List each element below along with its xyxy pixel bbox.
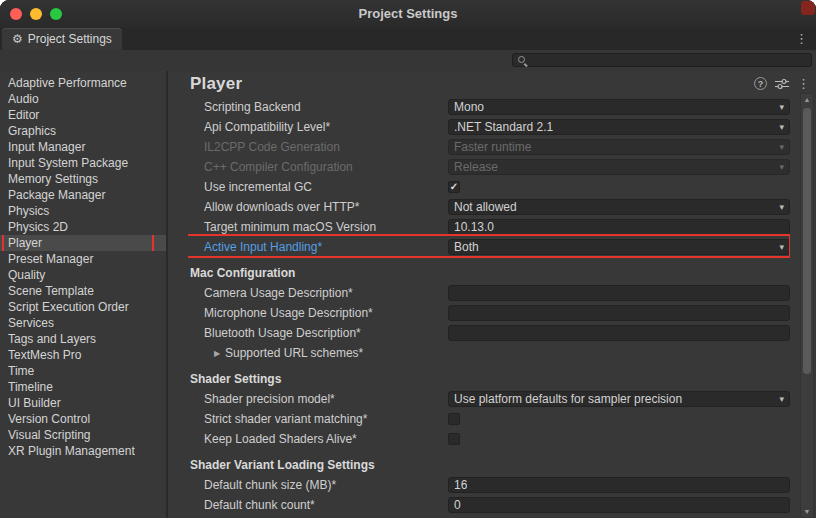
text-field-value: 16 xyxy=(454,478,467,492)
sidebar-item[interactable]: XR Plugin Management xyxy=(0,443,166,459)
sidebar-item[interactable]: Package Manager xyxy=(0,187,166,203)
sidebar-item[interactable]: Audio xyxy=(0,91,166,107)
search-field[interactable] xyxy=(512,53,812,67)
chevron-down-icon: ▾ xyxy=(779,394,784,404)
sidebar-item-label: Timeline xyxy=(8,380,53,394)
setting-text-field[interactable]: 0 xyxy=(448,497,790,513)
vertical-scrollbar[interactable]: ▲ ▼ xyxy=(800,93,814,518)
settings-row: ▶ IL2CPP Code Generation Faster runtime … xyxy=(188,137,790,157)
sidebar-item-label: Package Manager xyxy=(8,188,105,202)
sidebar-item[interactable]: TextMesh Pro xyxy=(0,347,166,363)
sidebar-item-label: Editor xyxy=(8,108,39,122)
sidebar-item[interactable]: Quality xyxy=(0,267,166,283)
sidebar-item[interactable]: Tags and Layers xyxy=(0,331,166,347)
sidebar-item-label: Visual Scripting xyxy=(8,428,91,442)
settings-row: ▶ Allow downloads over HTTP* Not allowed… xyxy=(188,197,790,217)
setting-dropdown[interactable]: Not allowed ▾ xyxy=(448,199,790,215)
settings-row: ▶ Supported URL schemes* ▾ ✓ xyxy=(188,343,790,363)
setting-checkbox[interactable]: ✓ xyxy=(448,413,460,425)
sidebar-item-label: Input Manager xyxy=(8,140,85,154)
sidebar-item-label: Graphics xyxy=(8,124,56,138)
sidebar-item[interactable]: Memory Settings xyxy=(0,171,166,187)
setting-dropdown[interactable]: .NET Standard 2.1 ▾ xyxy=(448,119,790,135)
foldout-icon[interactable]: ▶ xyxy=(214,349,225,358)
setting-checkbox[interactable]: ✓ xyxy=(448,433,460,445)
setting-label: Bluetooth Usage Description* xyxy=(188,326,448,340)
help-icon[interactable]: ? xyxy=(754,77,767,90)
sidebar-item[interactable]: UI Builder xyxy=(0,395,166,411)
setting-text-field[interactable] xyxy=(448,305,790,321)
setting-label: Shader Settings xyxy=(188,372,448,386)
setting-text-field[interactable]: 16 xyxy=(448,477,790,493)
setting-label: Use incremental GC xyxy=(188,180,448,194)
sidebar-item[interactable]: Version Control xyxy=(0,411,166,427)
setting-label: Shader precision model* xyxy=(188,392,448,406)
setting-checkbox[interactable]: ✓ xyxy=(448,181,460,193)
settings-row: ▶ Default chunk count* 0 ▾ 0 ✓ xyxy=(188,495,790,515)
sidebar-item[interactable]: Script Execution Order xyxy=(0,299,166,315)
sidebar-list: Adaptive Performance Audio Editor Graphi… xyxy=(0,75,166,459)
sidebar-item[interactable]: Graphics xyxy=(0,123,166,139)
setting-label: Supported URL schemes* xyxy=(225,346,448,360)
scrollbar-thumb[interactable] xyxy=(803,108,811,374)
scroll-down-icon[interactable]: ▼ xyxy=(801,508,813,515)
scroll-up-icon[interactable]: ▲ xyxy=(801,96,813,103)
tab-label: Project Settings xyxy=(28,32,112,46)
settings-row: ▶ Strict shader variant matching* ▾ ✓ xyxy=(188,409,790,429)
settings-panel: Player ? ⋮ xyxy=(168,71,816,518)
sidebar-item[interactable]: Physics xyxy=(0,203,166,219)
sidebar-item[interactable]: Adaptive Performance xyxy=(0,75,166,91)
tab-project-settings[interactable]: ⚙ Project Settings xyxy=(2,28,122,50)
setting-dropdown[interactable]: Use platform defaults for sampler precis… xyxy=(448,391,790,407)
sidebar-item-label: Script Execution Order xyxy=(8,300,129,314)
settings-row: ▶ Shader precision model* Use platform d… xyxy=(188,389,790,409)
sidebar-item-label: XR Plugin Management xyxy=(8,444,135,458)
sidebar-item[interactable]: Preset Manager xyxy=(0,251,166,267)
settings-row: ▶ Mac Configuration ▾ ✓ xyxy=(188,263,790,283)
search-input[interactable] xyxy=(528,54,807,66)
window-body: Adaptive Performance Audio Editor Graphi… xyxy=(0,71,816,518)
panel-menu-icon[interactable]: ⋮ xyxy=(797,77,810,90)
setting-label: Target minimum macOS Version xyxy=(188,220,448,234)
window-minimize-button[interactable] xyxy=(30,8,42,20)
sidebar-item[interactable]: Player xyxy=(0,235,166,251)
sidebar-item-label: Player xyxy=(8,236,42,250)
sidebar: Adaptive Performance Audio Editor Graphi… xyxy=(0,71,166,518)
sidebar-item[interactable]: Input System Package xyxy=(0,155,166,171)
settings-row: ▶ Active Input Handling* Both ▾ Both ✓ xyxy=(188,237,790,257)
chevron-down-icon: ▾ xyxy=(779,102,784,112)
setting-text-field[interactable] xyxy=(448,285,790,301)
window-zoom-button[interactable] xyxy=(50,8,62,20)
preset-icon[interactable] xyxy=(775,78,789,90)
tab-strip: ⚙ Project Settings ⋮ xyxy=(0,28,816,51)
sidebar-item[interactable]: Scene Template xyxy=(0,283,166,299)
sidebar-item[interactable]: Visual Scripting xyxy=(0,427,166,443)
settings-row: ▶ Shader Settings ▾ ✓ xyxy=(188,369,790,389)
sidebar-item-label: Time xyxy=(8,364,34,378)
chevron-down-icon: ▾ xyxy=(779,142,784,152)
sidebar-item[interactable]: Editor xyxy=(0,107,166,123)
setting-dropdown[interactable]: Mono ▾ xyxy=(448,99,790,115)
sidebar-item[interactable]: Time xyxy=(0,363,166,379)
dropdown-value: .NET Standard 2.1 xyxy=(454,120,553,134)
sidebar-item[interactable]: Services xyxy=(0,315,166,331)
setting-text-field[interactable]: 10.13.0 xyxy=(448,219,790,235)
setting-label: Default chunk count* xyxy=(188,498,448,512)
settings-row: ▶ Shader Variant Loading Settings ▾ ✓ xyxy=(188,455,790,475)
setting-dropdown[interactable]: Both ▾ xyxy=(448,239,790,255)
setting-label: Default chunk size (MB)* xyxy=(188,478,448,492)
sidebar-item[interactable]: Input Manager xyxy=(0,139,166,155)
setting-label: Allow downloads over HTTP* xyxy=(188,200,448,214)
sidebar-item-label: Memory Settings xyxy=(8,172,98,186)
dropdown-value: Not allowed xyxy=(454,200,517,214)
titlebar: Project Settings xyxy=(0,0,816,29)
tabstrip-menu-icon[interactable]: ⋮ xyxy=(795,32,808,45)
settings-row: ▶ Target minimum macOS Version 10.13.0 ▾… xyxy=(188,217,790,237)
setting-dropdown[interactable]: Release ▾ xyxy=(448,159,790,175)
setting-dropdown[interactable]: Faster runtime ▾ xyxy=(448,139,790,155)
sidebar-item[interactable]: Physics 2D xyxy=(0,219,166,235)
setting-text-field[interactable] xyxy=(448,325,790,341)
sidebar-item[interactable]: Timeline xyxy=(0,379,166,395)
dropdown-value: Use platform defaults for sampler precis… xyxy=(454,392,682,406)
window-close-button[interactable] xyxy=(10,8,22,20)
